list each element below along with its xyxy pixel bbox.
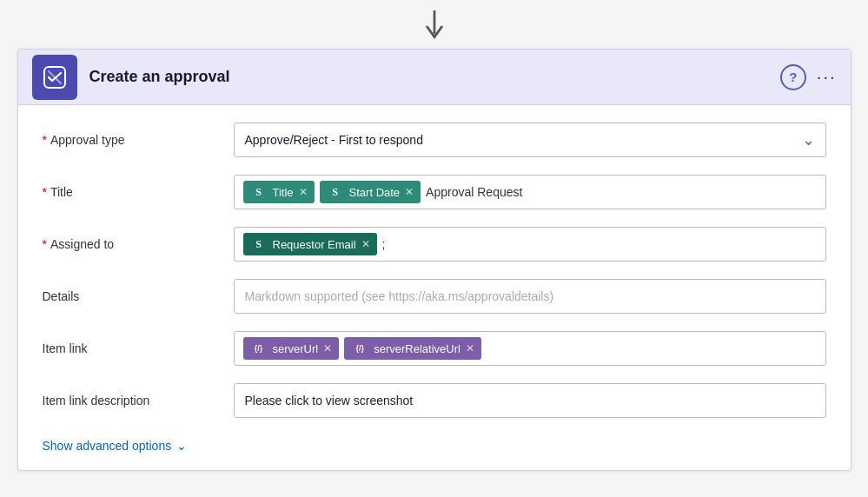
token-server-relative-url-close[interactable]: ✕ (466, 342, 474, 355)
token-startdate-close[interactable]: ✕ (405, 186, 414, 198)
token-server-relative-url-text: serverRelativeUrl (374, 342, 461, 355)
approval-type-select[interactable]: Approve/Reject - First to respond ⌄ (234, 123, 826, 157)
approval-icon (43, 65, 67, 89)
details-row: Details Markdown supported (see https://… (43, 270, 826, 322)
token-title-close[interactable]: ✕ (299, 186, 308, 198)
approval-icon-box (32, 55, 77, 100)
show-advanced-chevron: ⌄ (176, 439, 187, 453)
approval-card: Create an approval ? ··· * Approval type… (17, 49, 851, 471)
token-server-url-close[interactable]: ✕ (323, 342, 332, 355)
title-control: S Title ✕ S Start Date ✕ Approval Reques… (234, 175, 826, 209)
required-star: * (43, 185, 47, 199)
token-title-text: Title (273, 186, 294, 199)
token-requestor-close[interactable]: ✕ (361, 238, 370, 250)
token-startdate-icon: S (327, 183, 344, 201)
item-link-token-input[interactable]: {/} serverUrl ✕ {/} serverRelativeUrl ✕ (234, 331, 826, 366)
token-requestor-email: S Requestor Email ✕ (243, 233, 377, 255)
token-startdate: S Start Date ✕ (320, 181, 421, 203)
item-link-desc-input[interactable]: Please click to view screenshot (234, 383, 826, 418)
item-link-desc-row: Item link description Please click to vi… (43, 374, 826, 427)
assigned-to-label: * Assigned to (43, 237, 234, 251)
required-star: * (43, 237, 47, 251)
page-wrapper: Create an approval ? ··· * Approval type… (0, 0, 868, 497)
token-title-icon: S (250, 183, 268, 201)
assigned-to-control: S Requestor Email ✕ ; (234, 227, 826, 262)
assigned-to-trailing-text: ; (382, 237, 386, 251)
title-row: * Title S Title ✕ S Start Date ✕ (43, 166, 826, 218)
token-startdate-text: Start Date (349, 186, 401, 199)
token-requestor-text: Requestor Email (273, 238, 356, 251)
token-server-relative-url-icon: {/} (351, 340, 368, 357)
card-header: Create an approval ? ··· (18, 50, 851, 105)
item-link-label: Item link (43, 341, 234, 355)
token-title: S Title ✕ (243, 181, 315, 203)
token-server-relative-url: {/} serverRelativeUrl ✕ (344, 337, 481, 360)
item-link-desc-label: Item link description (43, 394, 234, 408)
token-server-url: {/} serverUrl ✕ (243, 337, 340, 360)
approval-type-row: * Approval type Approve/Reject - First t… (43, 114, 826, 166)
show-advanced-link[interactable]: Show advanced options ⌄ (43, 439, 826, 453)
card-body: * Approval type Approve/Reject - First t… (18, 105, 851, 470)
card-title: Create an approval (89, 68, 780, 86)
title-trailing-text: Approval Request (426, 185, 522, 199)
item-link-desc-control: Please click to view screenshot (234, 383, 826, 418)
flow-arrow (422, 0, 447, 49)
title-token-input[interactable]: S Title ✕ S Start Date ✕ Approval Reques… (234, 175, 826, 209)
item-link-row: Item link {/} serverUrl ✕ {/} serverRela… (43, 322, 826, 374)
assigned-to-row: * Assigned to S Requestor Email ✕ ; (43, 218, 826, 270)
chevron-down-icon: ⌄ (802, 130, 815, 149)
show-advanced-section: Show advanced options ⌄ (43, 439, 826, 453)
required-star: * (43, 133, 47, 147)
details-label: Details (43, 289, 234, 303)
approval-type-label: * Approval type (43, 133, 234, 147)
token-server-url-text: serverUrl (273, 342, 319, 355)
item-link-desc-value: Please click to view screenshot (245, 394, 414, 408)
header-actions: ? ··· (780, 64, 837, 90)
help-button[interactable]: ? (780, 64, 806, 90)
token-requestor-icon: S (250, 235, 268, 253)
show-advanced-label: Show advanced options (43, 439, 172, 453)
details-placeholder: Markdown supported (see https://aka.ms/a… (245, 289, 554, 303)
token-server-url-icon: {/} (250, 340, 268, 357)
more-button[interactable]: ··· (817, 67, 837, 87)
approval-type-control: Approve/Reject - First to respond ⌄ (234, 123, 826, 157)
details-input[interactable]: Markdown supported (see https://aka.ms/a… (234, 279, 826, 314)
title-label: * Title (43, 185, 234, 199)
details-control: Markdown supported (see https://aka.ms/a… (234, 279, 826, 314)
item-link-control: {/} serverUrl ✕ {/} serverRelativeUrl ✕ (234, 331, 826, 366)
assigned-to-token-input[interactable]: S Requestor Email ✕ ; (234, 227, 826, 262)
